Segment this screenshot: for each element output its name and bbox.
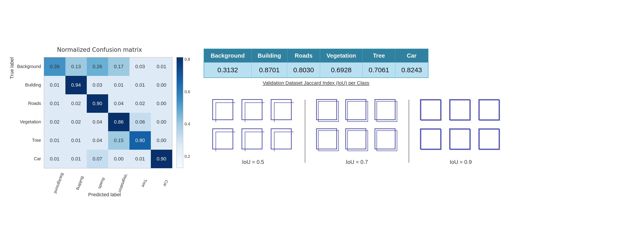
cm-cell: 0.04 bbox=[87, 113, 108, 131]
svg-rect-26 bbox=[450, 100, 470, 120]
cm-cell: 0.03 bbox=[130, 57, 151, 76]
cm-cell: 0.01 bbox=[44, 94, 66, 113]
iou-table-value: 0.8243 bbox=[396, 63, 428, 78]
svg-rect-19 bbox=[318, 131, 338, 151]
cm-cell: 0.01 bbox=[130, 150, 151, 168]
iou-table: BackgroundBuildingRoadsVegetationTreeCar… bbox=[204, 49, 428, 78]
svg-rect-33 bbox=[450, 129, 470, 150]
iou-box-svg bbox=[476, 126, 501, 151]
svg-rect-9 bbox=[245, 132, 264, 151]
iou-box-pair bbox=[314, 126, 341, 153]
iou-box-svg bbox=[314, 97, 339, 122]
iou-table-header: Background bbox=[204, 49, 252, 63]
iou-box-pair bbox=[210, 97, 237, 124]
iou-box-pair bbox=[344, 97, 370, 124]
cm-cell: 0.15 bbox=[108, 131, 130, 150]
svg-rect-1 bbox=[216, 103, 235, 122]
svg-rect-25 bbox=[421, 100, 441, 120]
cm-ylabel: True label bbox=[9, 57, 15, 79]
cm-cell: 0.17 bbox=[108, 57, 130, 76]
cm-cell: 0.01 bbox=[151, 57, 172, 76]
cm-cell: 0.80 bbox=[130, 131, 151, 150]
cm-cell: 0.02 bbox=[66, 113, 87, 131]
svg-rect-17 bbox=[377, 101, 397, 122]
cm-col-label: Car bbox=[144, 167, 171, 193]
iou-table-value: 0.8030 bbox=[287, 63, 320, 78]
iou-box-pair bbox=[344, 126, 370, 153]
svg-rect-35 bbox=[480, 129, 500, 150]
colorbar-labels: 0.80.60.40.2 bbox=[184, 57, 190, 168]
cm-cell: 0.94 bbox=[66, 76, 87, 94]
svg-rect-3 bbox=[245, 103, 264, 122]
cm-cell: 0.01 bbox=[108, 76, 130, 94]
iou-table-value: 0.3132 bbox=[204, 63, 252, 78]
iou-group-divider bbox=[409, 100, 409, 163]
iou-box-svg bbox=[418, 126, 443, 151]
svg-rect-13 bbox=[318, 101, 338, 122]
cm-cell: 0.07 bbox=[87, 150, 108, 168]
cm-cell: 0.39 bbox=[44, 57, 66, 76]
iou-boxes-grid bbox=[418, 97, 504, 153]
iou-table-header: Vegetation bbox=[320, 49, 362, 63]
cm-cell: 0.04 bbox=[108, 94, 130, 113]
cm-cell: 0.03 bbox=[87, 76, 108, 94]
iou-box-svg bbox=[344, 97, 368, 122]
svg-rect-30 bbox=[420, 129, 440, 149]
iou-group-label: IoU = 0.9 bbox=[450, 159, 472, 165]
cm-row-label: Car bbox=[17, 149, 41, 168]
colorbar-gradient bbox=[176, 57, 183, 168]
svg-rect-32 bbox=[450, 129, 470, 149]
svg-rect-21 bbox=[348, 131, 368, 151]
iou-box-pair bbox=[447, 126, 474, 153]
cm-cell: 0.02 bbox=[130, 94, 151, 113]
cm-cell: 0.00 bbox=[151, 94, 172, 113]
iou-group-label: IoU = 0.7 bbox=[346, 159, 368, 165]
iou-table-header: Tree bbox=[362, 49, 396, 63]
cm-cell: 0.00 bbox=[151, 76, 172, 94]
iou-table-header: Roads bbox=[287, 49, 320, 63]
svg-rect-27 bbox=[450, 100, 470, 120]
svg-rect-31 bbox=[421, 129, 441, 150]
iou-group: IoU = 0.5 bbox=[204, 97, 302, 165]
iou-box-pair bbox=[418, 97, 445, 124]
cm-cell: 0.01 bbox=[66, 150, 87, 168]
iou-diagrams: IoU = 0.5IoU = 0.7IoU = 0.9 bbox=[204, 97, 518, 165]
svg-rect-7 bbox=[216, 132, 235, 151]
iou-table-value: 0.8701 bbox=[252, 63, 287, 78]
cm-row-label: Background bbox=[17, 57, 41, 76]
svg-rect-28 bbox=[479, 100, 499, 120]
colorbar-label: 0.2 bbox=[184, 154, 190, 159]
svg-rect-23 bbox=[377, 131, 397, 151]
cm-cell: 0.13 bbox=[66, 57, 87, 76]
iou-boxes-grid bbox=[210, 97, 296, 153]
iou-box-pair bbox=[269, 97, 296, 124]
iou-table-subtitle: Validation Dataset Jaccard Index (IoU) p… bbox=[204, 80, 428, 86]
colorbar-label: 0.8 bbox=[184, 57, 190, 62]
iou-box-svg bbox=[447, 97, 472, 122]
cm-cell: 0.26 bbox=[87, 57, 108, 76]
iou-box-svg bbox=[210, 97, 235, 122]
cm-col-labels: BackgroundBuildingRoadsVegetationTreeCar bbox=[40, 170, 168, 190]
cm-cell: 0.00 bbox=[151, 113, 172, 131]
iou-group-label: IoU = 0.5 bbox=[242, 159, 264, 165]
iou-box-pair bbox=[418, 126, 445, 153]
cm-cell: 0.01 bbox=[66, 131, 87, 150]
svg-rect-22 bbox=[375, 129, 395, 149]
cm-row-label: Building bbox=[17, 76, 41, 94]
svg-rect-11 bbox=[274, 132, 294, 151]
colorbar-label: 0.6 bbox=[184, 90, 190, 94]
svg-rect-34 bbox=[479, 129, 499, 149]
iou-table-header: Building bbox=[252, 49, 287, 63]
cm-cell: 0.00 bbox=[151, 131, 172, 150]
right-section: BackgroundBuildingRoadsVegetationTreeCar… bbox=[204, 46, 635, 165]
iou-box-svg bbox=[269, 126, 294, 151]
cm-xlabel: Predicted label bbox=[40, 192, 168, 198]
iou-box-pair bbox=[210, 126, 237, 153]
iou-box-pair bbox=[314, 97, 341, 124]
cm-cell: 0.90 bbox=[87, 94, 108, 113]
cm-cell: 0.02 bbox=[44, 113, 66, 131]
iou-table-value: 0.7061 bbox=[362, 63, 396, 78]
iou-group-divider bbox=[305, 100, 305, 163]
iou-box-pair bbox=[240, 97, 266, 124]
iou-table-container: BackgroundBuildingRoadsVegetationTreeCar… bbox=[204, 49, 635, 86]
